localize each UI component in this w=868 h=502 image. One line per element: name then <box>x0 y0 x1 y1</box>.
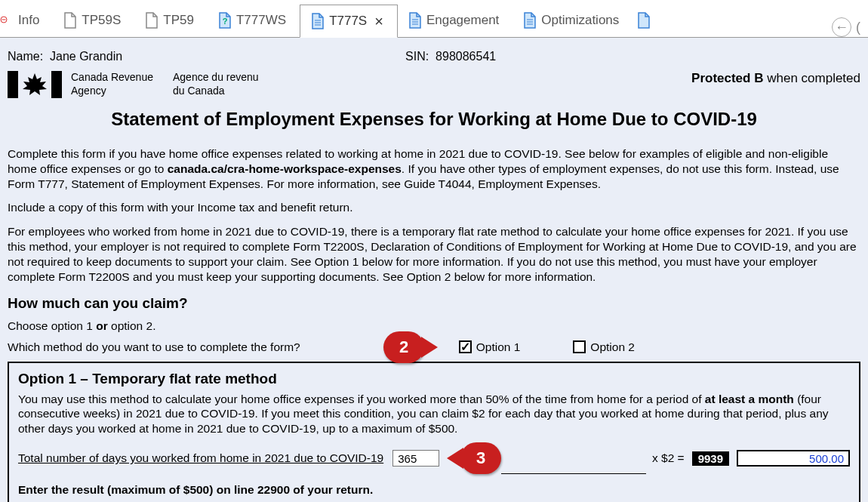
sin-label: SIN: <box>405 50 429 63</box>
tab-tp59s[interactable]: TP59S <box>53 4 134 37</box>
agency-name-fr: Agence du revenu du Canada <box>173 71 259 97</box>
svg-text:?: ? <box>223 17 228 26</box>
document-help-icon: ? <box>218 12 232 29</box>
document-icon <box>311 13 325 29</box>
document-icon <box>637 12 651 29</box>
document-icon <box>523 12 537 29</box>
intro-paragraph-3: For employees who worked from home in 20… <box>8 224 860 284</box>
option1-checkbox[interactable] <box>459 340 472 353</box>
callout-badge-3: 3 <box>460 442 501 474</box>
canada-flag-icon <box>8 71 62 98</box>
tab-t777s[interactable]: T777S × <box>300 5 398 38</box>
amount-output[interactable] <box>737 450 850 467</box>
agency-row: Canada Revenue Agency Agence du revenu d… <box>6 71 862 109</box>
name-label: Name: <box>8 50 43 63</box>
tab-engagement[interactable]: Engagement <box>398 4 512 37</box>
tab-info[interactable]: Info <box>8 4 53 37</box>
callout-badge-2: 2 <box>383 331 424 363</box>
option1-box: Option 1 – Temporary flat rate method Yo… <box>8 362 860 502</box>
protected-marking: Protected B when completed <box>691 71 860 86</box>
form-title: Statement of Employment Expenses for Wor… <box>6 109 862 130</box>
tab-label: Engagement <box>426 13 499 28</box>
method-question-row: Which method do you want to use to compl… <box>8 340 860 354</box>
option1-heading: Option 1 – Temporary flat rate method <box>18 371 850 387</box>
choose-option-line: Choose option 1 or option 2. <box>8 319 860 333</box>
tab-label: Info <box>18 13 39 28</box>
tab-partial-left[interactable] <box>0 4 8 37</box>
option1-checkbox-group[interactable]: Option 1 <box>459 340 521 354</box>
tab-label: T777WS <box>236 13 286 28</box>
calculation-row: Total number of days you worked from hom… <box>18 442 850 474</box>
document-icon <box>63 12 77 29</box>
days-worked-label: Total number of days you worked from hom… <box>18 451 383 465</box>
enter-result-instruction: Enter the result (maximum of $500) on li… <box>18 483 850 497</box>
tab-bar: Info TP59S TP59 ? T777WS T777S × Engagem… <box>0 0 868 38</box>
tab-label: TP59S <box>82 13 121 28</box>
nav-prev-button[interactable]: ← <box>832 17 851 37</box>
name-value: Jane Grandin <box>50 50 122 63</box>
intro-paragraph-2: Include a copy of this form with your In… <box>8 200 860 215</box>
line-number-box: 9939 <box>692 451 729 466</box>
tab-t777ws[interactable]: ? T777WS <box>208 4 300 37</box>
how-much-heading: How much can you claim? <box>8 295 860 312</box>
intro-paragraph-1: Complete this form if you have home offi… <box>8 146 860 191</box>
form-header-row: Name: Jane Grandin SIN: 898086541 <box>6 45 862 71</box>
option2-label: Option 2 <box>590 340 635 354</box>
sin-value: 898086541 <box>436 50 496 63</box>
stop-icon <box>0 12 8 29</box>
tab-tp59[interactable]: TP59 <box>134 4 208 37</box>
tab-optimizations[interactable]: Optimizations <box>512 4 633 37</box>
days-worked-input[interactable] <box>392 450 439 467</box>
option2-checkbox[interactable] <box>573 340 586 353</box>
nav-next-button[interactable]: ( <box>853 17 863 37</box>
equation-part: x $2 = 9939 <box>652 450 850 467</box>
option1-description: You may use this method to calculate you… <box>18 392 850 436</box>
tab-label: T777S <box>329 14 367 29</box>
option2-checkbox-group[interactable]: Option 2 <box>573 340 635 354</box>
form-area: Name: Jane Grandin SIN: 898086541 Canada… <box>0 38 868 502</box>
agency-name-en: Canada Revenue Agency <box>71 71 153 97</box>
close-icon[interactable]: × <box>374 14 383 29</box>
document-icon <box>408 12 422 29</box>
tab-label: TP59 <box>163 13 194 28</box>
multiplier-text: x $2 = <box>652 451 685 465</box>
tab-label: Optimizations <box>541 13 619 28</box>
tab-partial-right[interactable] <box>633 4 655 37</box>
method-question: Which method do you want to use to compl… <box>8 340 300 354</box>
calculation-underline <box>501 465 646 474</box>
tab-nav-arrows: ← ( <box>832 17 868 37</box>
document-icon <box>145 12 159 29</box>
option1-label: Option 1 <box>476 340 521 354</box>
